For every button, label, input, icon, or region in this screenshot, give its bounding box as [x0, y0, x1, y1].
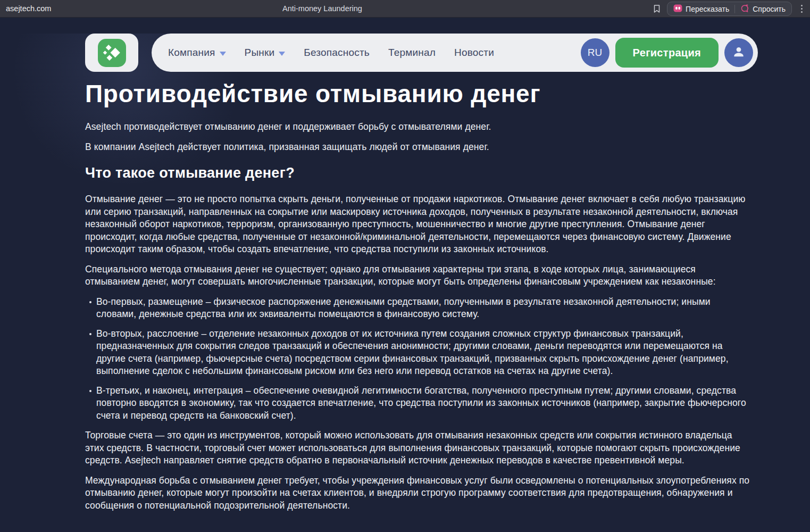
nav-item-markets[interactable]: Рынки [245, 47, 286, 59]
nav-items: Компания Рынки Безопасность Терминал Нов… [168, 47, 494, 59]
nav-item-label: Компания [168, 47, 215, 59]
user-icon [732, 45, 746, 61]
body-paragraph: Торговые счета — это один из инструменто… [85, 429, 750, 467]
ask-button[interactable]: Спросить [740, 4, 786, 14]
nav-item-security[interactable]: Безопасность [304, 47, 370, 59]
nav-item-terminal[interactable]: Терминал [388, 47, 436, 59]
section-heading: Что такое отмывание денег? [85, 165, 750, 181]
article: Противодействие отмыванию денег Asejtech… [85, 79, 750, 512]
nav-item-label: Терминал [388, 47, 436, 59]
laundering-stages-list: Во-первых, размещение – физическое распо… [85, 296, 750, 422]
ai-toolbar: Пересказать Спросить [667, 2, 792, 16]
nav-item-company[interactable]: Компания [168, 47, 226, 59]
nav-item-label: Безопасность [304, 47, 370, 59]
nav-item-news[interactable]: Новости [454, 47, 494, 59]
language-button[interactable]: RU [581, 38, 609, 67]
logo-icon [98, 39, 126, 67]
register-button[interactable]: Регистрация [615, 38, 719, 68]
intro-paragraph: Asejtech противодействует отмыванию дене… [85, 121, 750, 134]
bookmark-icon[interactable] [653, 4, 661, 13]
list-item: Во-вторых, расслоение – отделение незако… [89, 328, 750, 378]
nav-item-label: Новости [454, 47, 494, 59]
nav-right: RU Регистрация [581, 38, 753, 68]
nav-item-label: Рынки [245, 47, 275, 59]
list-item: Во-первых, размещение – физическое распо… [89, 296, 750, 321]
body-paragraph: Специального метода отмывания денег не с… [85, 263, 750, 288]
browser-actions: Пересказать Спросить [653, 0, 806, 18]
chevron-down-icon [220, 52, 226, 56]
page-title: Противодействие отмыванию денег [85, 79, 750, 108]
main-navigation: Компания Рынки Безопасность Терминал Нов… [152, 34, 758, 72]
retell-icon [673, 4, 682, 14]
ask-label: Спросить [753, 5, 786, 13]
body-paragraph: Международная борьба с отмыванием денег … [85, 475, 750, 512]
tab-title: Anti-money Laundering [282, 4, 362, 13]
body-paragraph: Отмывание денег — это не просто попытка … [85, 193, 750, 256]
retell-label: Пересказать [686, 5, 729, 13]
site-logo[interactable] [85, 34, 138, 72]
intro-paragraph: В компании Asejtech действует политика, … [85, 141, 750, 154]
list-item: В-третьих, и наконец, интеграция – обесп… [89, 385, 750, 422]
site-header: Компания Рынки Безопасность Терминал Нов… [85, 34, 758, 72]
ask-icon [740, 4, 749, 14]
divider [734, 5, 735, 13]
browser-menu-icon[interactable] [798, 3, 806, 15]
browser-top-bar: asejtech.com Anti-money Laundering Перес… [0, 0, 810, 18]
page-body: Компания Рынки Безопасность Терминал Нов… [0, 34, 810, 532]
profile-button[interactable] [724, 38, 753, 67]
site-url[interactable]: asejtech.com [6, 4, 51, 13]
retell-button[interactable]: Пересказать [673, 4, 729, 14]
chevron-down-icon [279, 52, 285, 56]
